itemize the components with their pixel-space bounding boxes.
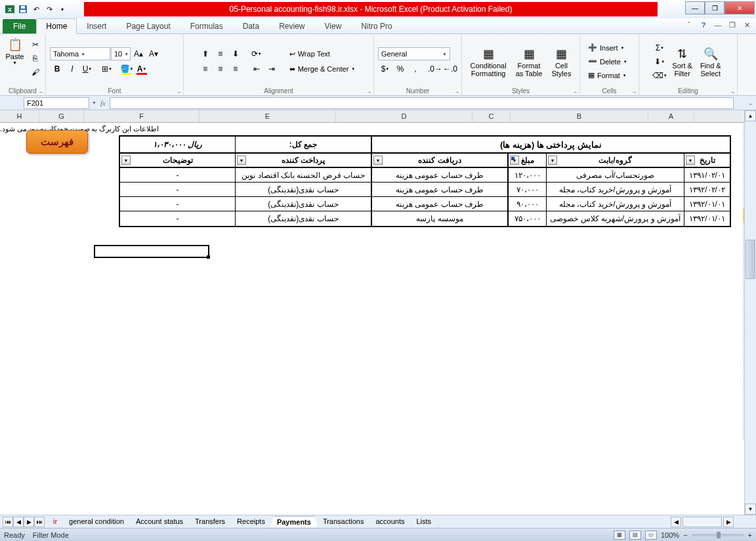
hscroll-left[interactable]: ◀ [671,517,681,527]
paste-button[interactable]: 📋 Paste ▼ [3,35,26,66]
conditional-formatting-button[interactable]: ▦Conditional Formatting [468,45,509,79]
tab-view[interactable]: View [315,18,352,33]
minimize-ribbon-icon[interactable]: ˆ [684,20,694,30]
column-header-A[interactable]: A [648,110,694,122]
normal-view-button[interactable]: ▦ [614,530,625,540]
sheet-tab-transactions[interactable]: Transactions [316,516,371,527]
tab-nitro-pro[interactable]: Nitro Pro [351,18,402,33]
zoom-level[interactable]: 100% [661,531,679,539]
font-size-dropdown[interactable]: 10▼ [111,47,131,60]
font-name-dropdown[interactable]: Tahoma▼ [50,47,110,60]
tab-nav-first[interactable]: ⏮ [3,517,13,527]
tab-insert[interactable]: Insert [77,18,116,33]
filter-notes-button[interactable]: ▼ [121,156,131,165]
underline-button[interactable]: U▼ [80,62,94,76]
expand-formula-bar-icon[interactable]: ⌄ [746,100,756,106]
undo-icon[interactable]: ↶ [30,3,42,15]
tab-home[interactable]: Home [36,18,77,34]
sheet-tab-lists[interactable]: Lists [410,516,438,527]
sheet-tab-accounts[interactable]: accounts [369,516,411,527]
font-color-button[interactable]: A▼ [135,62,149,76]
table-row[interactable]: ۱۳۹۲/۰۱/۰۱آموزش و پرورش/خرید کتاب، مجله۹… [120,197,730,211]
filter-payer-button[interactable]: ▼ [237,156,246,165]
format-as-table-button[interactable]: ▦Format as Table [513,45,545,79]
worksheet-grid[interactable]: HGFEDCBA اطلاعات این کاربرگ به صورت خودک… [0,110,756,515]
table-row[interactable]: ۱۳۹۱/۰۲/۰۱صورتحساب/آب مصرفی۱۲۰،۰۰۰طرف حس… [120,168,730,183]
wrap-text-button[interactable]: ↩Wrap Text [285,47,360,60]
minimize-button[interactable]: — [685,1,705,14]
mdi-close-icon[interactable]: ✕ [742,20,752,30]
autosum-button[interactable]: Σ▼ [652,41,667,54]
sheet-tab-general-condition[interactable]: general condition [62,516,131,527]
filter-amount-button[interactable]: ▼ [510,156,519,165]
percent-button[interactable]: % [393,62,408,76]
fx-icon[interactable]: fx [100,99,106,107]
format-cells-button[interactable]: ▦Format▼ [584,69,631,82]
zoom-out-button[interactable]: − [683,531,687,539]
orientation-button[interactable]: ⟳▼ [249,47,264,60]
column-header-D[interactable]: D [336,110,472,122]
help-icon[interactable]: ? [698,20,709,30]
tab-review[interactable]: Review [269,18,314,33]
italic-button[interactable]: I [65,62,79,76]
scroll-thumb[interactable] [746,240,755,279]
sheet-tab-receipts[interactable]: Receipts [230,516,272,527]
number-format-dropdown[interactable]: General▼ [378,47,450,60]
align-center-button[interactable]: ≡ [213,62,228,76]
bold-button[interactable]: B [50,62,64,76]
maximize-button[interactable]: ❐ [705,1,724,14]
name-box-dropdown-icon[interactable]: ▼ [92,100,96,105]
filter-category-button[interactable]: ▼ [548,156,557,165]
cut-button[interactable]: ✂ [28,38,43,51]
column-headers[interactable]: HGFEDCBA [0,110,743,123]
formula-input[interactable] [110,97,734,109]
table-row[interactable]: ۱۳۹۲/۰۱/۰۱آموزش و پرورش/شهریه کلاس خصوصی… [120,211,730,226]
hscroll-thumb[interactable] [682,517,722,527]
decrease-decimal-button[interactable]: ←.0 [443,62,457,76]
delete-cells-button[interactable]: ➖Delete▼ [584,55,631,68]
mdi-restore-icon[interactable]: ❐ [727,20,738,30]
format-painter-button[interactable]: 🖌 [28,66,43,79]
tab-page-layout[interactable]: Page Layout [116,18,180,33]
redo-icon[interactable]: ↷ [43,3,55,15]
mdi-minimize-icon[interactable]: — [713,20,723,30]
fill-button[interactable]: ⬇▼ [652,55,667,68]
tab-formulas[interactable]: Formulas [180,18,233,33]
comma-button[interactable]: , [408,62,423,76]
accounting-format-button[interactable]: $▼ [378,62,392,76]
shrink-font-button[interactable]: A▾ [146,47,161,60]
column-header-C[interactable]: C [472,110,511,122]
filter-date-button[interactable]: ▼ [686,156,695,165]
column-header-F[interactable]: F [84,110,200,122]
fill-color-button[interactable]: 🪣▼ [119,62,134,76]
sheet-tab-account-status[interactable]: Account status [129,516,190,527]
save-icon[interactable] [17,3,29,15]
tab-nav-prev[interactable]: ◀ [13,517,24,527]
close-button[interactable]: ✕ [724,1,755,14]
decrease-indent-button[interactable]: ⇤ [249,62,264,76]
zoom-in-button[interactable]: + [748,531,752,539]
align-top-button[interactable]: ⬆ [198,47,213,60]
column-header-G[interactable]: G [39,110,84,122]
tab-nav-next[interactable]: ▶ [24,517,34,527]
column-header-E[interactable]: E [200,110,336,122]
column-header-B[interactable]: B [511,110,648,122]
column-header-H[interactable]: H [0,110,39,122]
file-tab[interactable]: File [3,19,36,33]
filter-receiver-button[interactable]: ▼ [373,156,383,165]
name-box[interactable]: F201 [24,97,89,109]
table-row[interactable]: ۱۳۹۲/۰۲/۰۲آموزش و پرورش/خرید کتاب، مجله۷… [120,183,730,197]
zoom-slider[interactable] [692,534,744,536]
align-middle-button[interactable]: ≡ [213,47,228,60]
vertical-scrollbar[interactable]: ▲ ▼ [744,110,756,515]
page-layout-view-button[interactable]: ▤ [629,530,641,540]
sort-filter-button[interactable]: ⇅Sort & Filter [669,45,695,79]
copy-button[interactable]: ⎘ [28,52,43,65]
sheet-tab-ir[interactable]: ir [47,516,64,527]
merge-center-button[interactable]: ⬌Merge & Center▼ [285,62,360,76]
align-left-button[interactable]: ≡ [198,62,213,76]
sheet-tab-payments[interactable]: Payments [270,516,318,527]
tab-data[interactable]: Data [233,18,269,33]
scroll-up-button[interactable]: ▲ [745,110,756,121]
align-right-button[interactable]: ≡ [228,62,243,76]
